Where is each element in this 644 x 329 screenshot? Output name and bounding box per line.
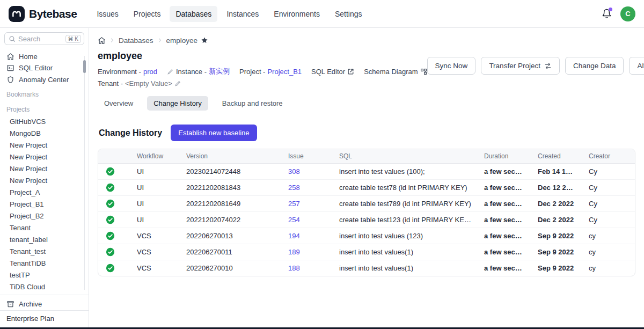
sidebar-item-label: Anomaly Center xyxy=(19,76,69,84)
nav-item-databases[interactable]: Databases xyxy=(170,6,217,22)
button-label: Transfer Project xyxy=(489,62,540,70)
sidebar-project-item[interactable]: TenantTiDB xyxy=(0,257,89,269)
cell-workflow: UI xyxy=(130,164,180,180)
nav-item-environments[interactable]: Environments xyxy=(268,6,326,22)
table-row[interactable]: UI 20230214072448 308 insert into test v… xyxy=(98,164,635,180)
breadcrumb-item-employee[interactable]: employee xyxy=(166,36,198,45)
instance-link[interactable]: 新实例 xyxy=(209,67,230,76)
sidebar-project-item[interactable]: testTP xyxy=(0,269,89,281)
plan-badge: Enterprise Plan xyxy=(0,310,89,327)
archive-icon xyxy=(6,300,14,308)
chevron-right-icon xyxy=(109,37,115,43)
issue-link[interactable]: 257 xyxy=(288,200,300,208)
shield-icon xyxy=(6,76,14,84)
success-check-icon xyxy=(106,215,115,224)
search-box[interactable]: ⌘ K xyxy=(4,32,84,45)
issue-link[interactable]: 254 xyxy=(288,216,300,224)
project-link[interactable]: Project_B1 xyxy=(267,68,302,76)
cell-duration: a few seconds xyxy=(478,260,531,276)
edit-pencil-icon[interactable] xyxy=(174,80,181,87)
table-row[interactable]: VCS 202206270011 189 insert into test va… xyxy=(98,244,635,260)
bookmark-star-icon[interactable] xyxy=(201,36,208,44)
sidebar-item-anomaly-center[interactable]: Anomaly Center xyxy=(0,74,89,85)
sidebar-project-item[interactable]: Tenant_test xyxy=(0,245,89,257)
establish-baseline-button[interactable]: Establish new baseline xyxy=(171,125,257,141)
cell-workflow: VCS xyxy=(130,244,180,260)
issue-link[interactable]: 308 xyxy=(288,167,300,176)
nav-item-instances[interactable]: Instances xyxy=(221,6,265,22)
change-history-table: Workflow Version Issue SQL Duration Crea… xyxy=(98,149,635,276)
sidebar-project-item[interactable]: Project_A xyxy=(0,186,89,198)
cell-version: 20230214072448 xyxy=(180,164,282,180)
bookmarks-section-label: Bookmarks xyxy=(0,85,89,100)
user-avatar[interactable]: C xyxy=(620,6,635,21)
body-layout: ⌘ K Home SQL Editor Anomaly Center Bookm… xyxy=(0,28,644,327)
issue-link[interactable]: 189 xyxy=(288,248,300,256)
sidebar-project-item[interactable]: tenant_label xyxy=(0,233,89,245)
sidebar-project-item[interactable]: Tenant xyxy=(0,222,89,233)
issue-link[interactable]: 194 xyxy=(288,232,300,240)
cell-duration: a few seconds xyxy=(478,228,531,244)
cell-sql: insert into test values (100); xyxy=(333,164,478,180)
sidebar-project-item[interactable]: TiDB Cloud xyxy=(0,281,89,293)
success-check-icon xyxy=(106,199,115,208)
sidebar-project-item[interactable]: New Project xyxy=(0,174,89,186)
sidebar-item-archive[interactable]: Archive xyxy=(0,297,89,310)
meta-label: Schema Diagram xyxy=(364,68,418,76)
sidebar-item-home[interactable]: Home xyxy=(0,50,89,62)
issue-link[interactable]: 258 xyxy=(288,184,300,192)
sidebar-project-item[interactable]: New Project xyxy=(0,151,89,163)
cell-version: 20221202081843 xyxy=(180,180,282,196)
nav-item-projects[interactable]: Projects xyxy=(128,6,167,22)
brand[interactable]: Bytebase xyxy=(9,6,77,22)
meta-sql-editor[interactable]: SQL Editor xyxy=(311,68,354,76)
meta-row-2: Tenant - <Empty Value> xyxy=(98,79,427,87)
sidebar-project-item[interactable]: Project_B2 xyxy=(0,210,89,222)
sync-now-button[interactable]: Sync Now xyxy=(427,57,476,75)
meta-label: Tenant - xyxy=(98,79,123,87)
alter-schema-button[interactable]: Alter Schema xyxy=(629,57,644,75)
table-row[interactable]: UI 20221202074022 254 create table test1… xyxy=(98,212,635,228)
sidebar-scrollbar-thumb[interactable] xyxy=(83,60,86,73)
sidebar-item-sql-editor[interactable]: SQL Editor xyxy=(0,62,89,74)
success-check-icon xyxy=(106,183,115,192)
cell-created: Sep 9 2022 xyxy=(531,228,582,244)
breadcrumb-home-icon[interactable] xyxy=(98,36,106,45)
page-header-left: employee Environment - prod Instance - 新… xyxy=(98,50,427,87)
tab-overview[interactable]: Overview xyxy=(98,96,140,111)
cell-creator: cy xyxy=(582,244,635,260)
breadcrumb-item-databases[interactable]: Databases xyxy=(119,36,153,45)
sidebar-project-item[interactable]: New Project xyxy=(0,163,89,174)
meta-tenant: Tenant - <Empty Value> xyxy=(98,79,181,87)
meta-label: Environment - xyxy=(98,68,141,76)
cell-creator: Cy xyxy=(582,196,635,212)
external-link-icon xyxy=(347,68,354,75)
nav-item-issues[interactable]: Issues xyxy=(91,6,124,22)
environment-link[interactable]: prod xyxy=(143,68,157,76)
cell-created: Feb 14 15:32 xyxy=(531,164,582,180)
sidebar-project-item[interactable]: GitHubVCS xyxy=(0,115,89,127)
sidebar-project-item[interactable]: Project_B1 xyxy=(0,198,89,210)
table-row[interactable]: UI 20221202081843 258 create table test7… xyxy=(98,180,635,196)
notifications-button[interactable] xyxy=(602,9,612,19)
sidebar-project-item[interactable]: New Project xyxy=(0,139,89,151)
col-header-sql: SQL xyxy=(333,149,478,164)
cell-creator: Cy xyxy=(582,180,635,196)
cell-workflow: VCS xyxy=(130,260,180,276)
table-row[interactable]: VCS 202206270010 188 insert into test va… xyxy=(98,260,635,276)
notification-dot xyxy=(609,8,612,11)
meta-schema-diagram[interactable]: Schema Diagram xyxy=(364,68,427,76)
sidebar-scrollbar-track xyxy=(84,56,85,290)
search-input[interactable] xyxy=(18,35,63,43)
transfer-project-button[interactable]: Transfer Project xyxy=(481,57,560,75)
tab-backup-restore[interactable]: Backup and restore xyxy=(216,96,289,111)
tab-change-history[interactable]: Change History xyxy=(147,96,208,111)
change-data-button[interactable]: Change Data xyxy=(565,57,624,75)
table-row[interactable]: VCS 202206270013 194 insert into test va… xyxy=(98,228,635,244)
issue-link[interactable]: 188 xyxy=(288,264,300,272)
table-row[interactable]: UI 20221202081649 257 create table test7… xyxy=(98,196,635,212)
sidebar-project-item[interactable]: MongoDB xyxy=(0,127,89,139)
cell-workflow: UI xyxy=(130,212,180,228)
nav-item-settings[interactable]: Settings xyxy=(329,6,368,22)
top-right: C xyxy=(602,6,635,21)
